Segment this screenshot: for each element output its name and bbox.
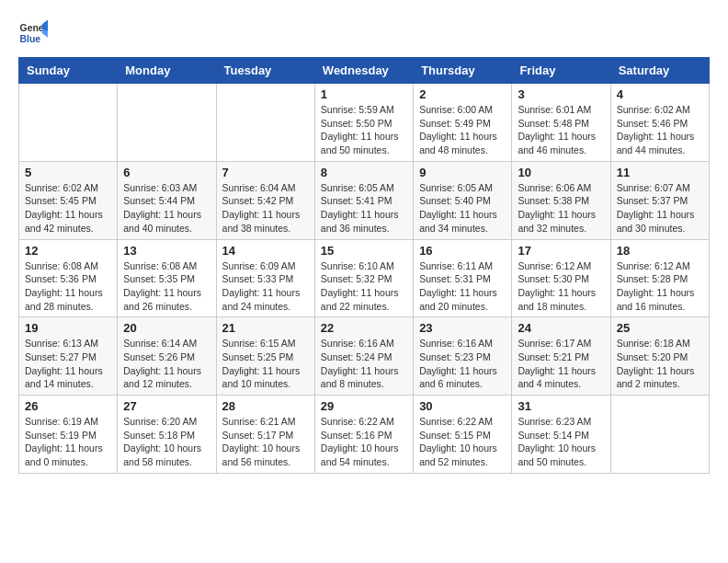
calendar-cell: 5Sunrise: 6:02 AM Sunset: 5:45 PM Daylig… <box>19 161 118 239</box>
calendar-cell <box>216 84 314 162</box>
calendar-cell: 27Sunrise: 6:20 AM Sunset: 5:18 PM Dayli… <box>118 396 216 474</box>
day-number: 30 <box>419 399 506 413</box>
calendar-cell: 30Sunrise: 6:22 AM Sunset: 5:15 PM Dayli… <box>414 396 512 474</box>
page-header: General Blue <box>18 18 710 48</box>
day-number: 24 <box>518 321 604 335</box>
day-info: Sunrise: 6:22 AM Sunset: 5:16 PM Dayligh… <box>321 415 407 469</box>
calendar-cell: 14Sunrise: 6:09 AM Sunset: 5:33 PM Dayli… <box>216 239 314 317</box>
day-number: 10 <box>518 166 604 179</box>
day-number: 28 <box>222 399 309 413</box>
calendar-cell: 18Sunrise: 6:12 AM Sunset: 5:28 PM Dayli… <box>610 239 709 317</box>
header-monday: Monday <box>118 58 216 84</box>
day-info: Sunrise: 6:12 AM Sunset: 5:30 PM Dayligh… <box>518 259 604 314</box>
day-number: 3 <box>518 87 604 101</box>
day-number: 5 <box>25 166 111 179</box>
day-number: 21 <box>222 321 309 335</box>
day-info: Sunrise: 6:16 AM Sunset: 5:23 PM Dayligh… <box>419 337 506 391</box>
day-info: Sunrise: 6:05 AM Sunset: 5:41 PM Dayligh… <box>321 181 407 236</box>
day-info: Sunrise: 6:06 AM Sunset: 5:38 PM Dayligh… <box>518 181 604 236</box>
calendar-cell: 22Sunrise: 6:16 AM Sunset: 5:24 PM Dayli… <box>314 317 413 396</box>
day-number: 7 <box>222 166 309 179</box>
calendar-cell: 2Sunrise: 6:00 AM Sunset: 5:49 PM Daylig… <box>414 84 512 162</box>
calendar-cell: 17Sunrise: 6:12 AM Sunset: 5:30 PM Dayli… <box>512 239 610 317</box>
day-info: Sunrise: 6:18 AM Sunset: 5:20 PM Dayligh… <box>617 337 703 391</box>
header-friday: Friday <box>512 58 610 84</box>
day-info: Sunrise: 6:15 AM Sunset: 5:25 PM Dayligh… <box>222 337 309 391</box>
day-info: Sunrise: 6:05 AM Sunset: 5:40 PM Dayligh… <box>419 181 506 236</box>
calendar-week-row: 5Sunrise: 6:02 AM Sunset: 5:45 PM Daylig… <box>19 161 710 239</box>
day-info: Sunrise: 6:19 AM Sunset: 5:19 PM Dayligh… <box>25 415 111 469</box>
day-info: Sunrise: 6:23 AM Sunset: 5:14 PM Dayligh… <box>518 415 604 469</box>
calendar-cell: 10Sunrise: 6:06 AM Sunset: 5:38 PM Dayli… <box>512 161 610 239</box>
day-number: 2 <box>419 87 506 101</box>
day-number: 20 <box>123 321 210 335</box>
header-sunday: Sunday <box>19 58 118 84</box>
calendar-cell: 15Sunrise: 6:10 AM Sunset: 5:32 PM Dayli… <box>314 239 413 317</box>
day-info: Sunrise: 6:16 AM Sunset: 5:24 PM Dayligh… <box>321 337 407 391</box>
calendar-cell: 11Sunrise: 6:07 AM Sunset: 5:37 PM Dayli… <box>610 161 709 239</box>
day-number: 6 <box>123 166 210 179</box>
header-thursday: Thursday <box>414 58 512 84</box>
day-info: Sunrise: 6:22 AM Sunset: 5:15 PM Dayligh… <box>419 415 506 469</box>
day-info: Sunrise: 6:07 AM Sunset: 5:37 PM Dayligh… <box>617 181 703 236</box>
day-info: Sunrise: 6:02 AM Sunset: 5:46 PM Dayligh… <box>617 103 703 157</box>
calendar-cell: 9Sunrise: 6:05 AM Sunset: 5:40 PM Daylig… <box>414 161 512 239</box>
day-number: 19 <box>25 321 111 335</box>
calendar-cell: 12Sunrise: 6:08 AM Sunset: 5:36 PM Dayli… <box>19 239 118 317</box>
day-number: 26 <box>25 399 111 413</box>
day-number: 8 <box>321 166 407 179</box>
calendar-cell <box>610 396 709 474</box>
calendar-cell: 13Sunrise: 6:08 AM Sunset: 5:35 PM Dayli… <box>118 239 216 317</box>
day-info: Sunrise: 6:20 AM Sunset: 5:18 PM Dayligh… <box>123 415 210 469</box>
logo: General Blue <box>18 18 48 48</box>
day-info: Sunrise: 6:13 AM Sunset: 5:27 PM Dayligh… <box>25 337 111 391</box>
day-info: Sunrise: 6:02 AM Sunset: 5:45 PM Dayligh… <box>25 181 111 236</box>
calendar-cell: 6Sunrise: 6:03 AM Sunset: 5:44 PM Daylig… <box>118 161 216 239</box>
day-number: 12 <box>25 244 111 258</box>
day-info: Sunrise: 6:03 AM Sunset: 5:44 PM Dayligh… <box>123 181 210 236</box>
day-info: Sunrise: 6:14 AM Sunset: 5:26 PM Dayligh… <box>123 337 210 391</box>
calendar-cell: 16Sunrise: 6:11 AM Sunset: 5:31 PM Dayli… <box>414 239 512 317</box>
calendar-week-row: 1Sunrise: 5:59 AM Sunset: 5:50 PM Daylig… <box>19 84 710 162</box>
calendar-cell: 1Sunrise: 5:59 AM Sunset: 5:50 PM Daylig… <box>314 84 413 162</box>
header-saturday: Saturday <box>610 58 709 84</box>
day-number: 14 <box>222 244 309 258</box>
day-info: Sunrise: 6:21 AM Sunset: 5:17 PM Dayligh… <box>222 415 309 469</box>
calendar-cell: 24Sunrise: 6:17 AM Sunset: 5:21 PM Dayli… <box>512 317 610 396</box>
calendar-cell: 8Sunrise: 6:05 AM Sunset: 5:41 PM Daylig… <box>314 161 413 239</box>
calendar-cell: 4Sunrise: 6:02 AM Sunset: 5:46 PM Daylig… <box>610 84 709 162</box>
day-number: 22 <box>321 321 407 335</box>
day-number: 18 <box>617 244 703 258</box>
day-number: 4 <box>617 87 703 101</box>
day-info: Sunrise: 6:09 AM Sunset: 5:33 PM Dayligh… <box>222 259 309 314</box>
calendar-cell: 31Sunrise: 6:23 AM Sunset: 5:14 PM Dayli… <box>512 396 610 474</box>
day-number: 17 <box>518 244 604 258</box>
calendar-cell: 19Sunrise: 6:13 AM Sunset: 5:27 PM Dayli… <box>19 317 118 396</box>
header-wednesday: Wednesday <box>314 58 413 84</box>
header-tuesday: Tuesday <box>216 58 314 84</box>
calendar-cell: 25Sunrise: 6:18 AM Sunset: 5:20 PM Dayli… <box>610 317 709 396</box>
day-number: 27 <box>123 399 210 413</box>
calendar-cell: 26Sunrise: 6:19 AM Sunset: 5:19 PM Dayli… <box>19 396 118 474</box>
day-number: 25 <box>617 321 703 335</box>
day-info: Sunrise: 6:04 AM Sunset: 5:42 PM Dayligh… <box>222 181 309 236</box>
calendar-week-row: 12Sunrise: 6:08 AM Sunset: 5:36 PM Dayli… <box>19 239 710 317</box>
calendar-header-row: SundayMondayTuesdayWednesdayThursdayFrid… <box>19 58 710 84</box>
day-info: Sunrise: 6:11 AM Sunset: 5:31 PM Dayligh… <box>419 259 506 314</box>
day-info: Sunrise: 6:01 AM Sunset: 5:48 PM Dayligh… <box>518 103 604 157</box>
calendar-cell <box>118 84 216 162</box>
day-info: Sunrise: 6:08 AM Sunset: 5:35 PM Dayligh… <box>123 259 210 314</box>
calendar-cell: 29Sunrise: 6:22 AM Sunset: 5:16 PM Dayli… <box>314 396 413 474</box>
calendar-table: SundayMondayTuesdayWednesdayThursdayFrid… <box>18 57 710 474</box>
calendar-week-row: 26Sunrise: 6:19 AM Sunset: 5:19 PM Dayli… <box>19 396 710 474</box>
day-info: Sunrise: 5:59 AM Sunset: 5:50 PM Dayligh… <box>321 103 407 157</box>
day-info: Sunrise: 6:00 AM Sunset: 5:49 PM Dayligh… <box>419 103 506 157</box>
calendar-cell: 21Sunrise: 6:15 AM Sunset: 5:25 PM Dayli… <box>216 317 314 396</box>
day-number: 15 <box>321 244 407 258</box>
calendar-cell: 3Sunrise: 6:01 AM Sunset: 5:48 PM Daylig… <box>512 84 610 162</box>
day-number: 11 <box>617 166 703 179</box>
day-info: Sunrise: 6:17 AM Sunset: 5:21 PM Dayligh… <box>518 337 604 391</box>
day-info: Sunrise: 6:12 AM Sunset: 5:28 PM Dayligh… <box>617 259 703 314</box>
day-number: 29 <box>321 399 407 413</box>
calendar-cell: 23Sunrise: 6:16 AM Sunset: 5:23 PM Dayli… <box>414 317 512 396</box>
